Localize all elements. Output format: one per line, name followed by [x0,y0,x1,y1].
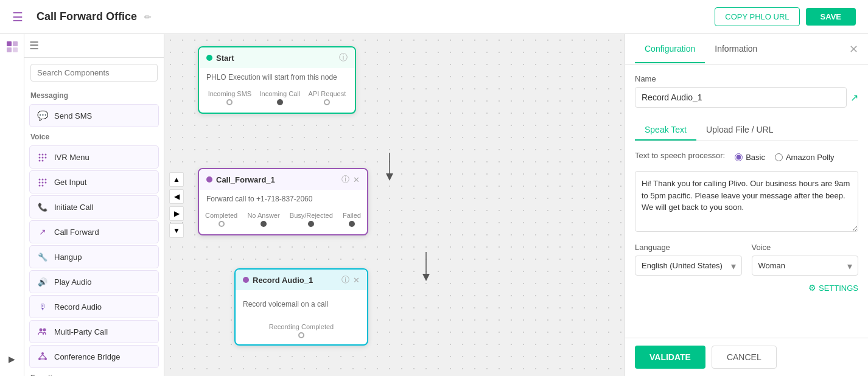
svg-point-18 [39,185,41,187]
start-port-api-request: API Request [309,90,346,105]
sidebar-item-get-input[interactable]: Get Input [29,170,159,193]
left-nav-toggle[interactable]: ☰ [12,10,23,24]
language-select-wrap: English (United States) English (UK) Spa… [635,256,742,276]
search-input[interactable] [30,64,158,82]
voice-section-title: Voice [24,129,164,144]
svg-point-21 [43,329,46,332]
call-forward-node-body: Forward call to +1-718-837-2060 [199,190,367,208]
call-forward-icon: ↗ [36,225,49,238]
topbar: ☰ Call Forward Office ✏ COPY PHLO URL SA… [0,0,868,34]
name-arrow-icon[interactable]: ↗ [850,92,858,103]
tab-information[interactable]: Information [705,35,767,63]
copy-phlo-url-button[interactable]: COPY PHLO URL [715,7,799,26]
svg-point-13 [42,179,44,181]
panel-header: Configuration Information ✕ [625,34,868,64]
voice-select-wrap: Woman Man [752,256,859,276]
cancel-button[interactable]: CANCEL [712,346,777,369]
validate-button[interactable]: VALIDATE [635,346,705,369]
initiate-call-label: Initiate Call [54,203,93,212]
svg-point-8 [42,157,44,159]
call-forward-info-icon[interactable]: ⓘ [341,174,349,185]
phlo-icon[interactable] [5,40,19,57]
sidebar-nav: ☰ [24,34,164,58]
save-button[interactable]: SAVE [806,8,856,26]
call-forward-label: Call Forward [54,228,99,237]
start-node-title: Start [206,54,234,63]
call-forward-node-icons: ⓘ ✕ [341,174,360,185]
radio-amazon-polly-label: Amazon Polly [786,153,834,162]
functions-section-title: Functions [24,370,164,376]
record-audio-dot [243,277,249,283]
messaging-section-title: Messaging [24,88,164,102]
sub-tabs: Speak Text Upload File / URL [635,120,858,141]
tts-textarea[interactable]: Hi! Thank you for calling Plivo. Our bus… [635,171,858,232]
svg-rect-0 [7,41,12,46]
canvas-nav-right[interactable]: ▶ [169,206,184,221]
sidebar-item-play-audio[interactable]: 🔊 Play Audio [29,270,159,293]
hangup-icon: 🔧 [36,250,49,263]
sidebar-item-record-audio[interactable]: 🎙 Record Audio [29,295,159,318]
tab-configuration[interactable]: Configuration [635,35,705,63]
settings-gear-icon: ⚙ [808,283,816,293]
record-audio-label: Record Audio [54,302,102,312]
radio-amazon-polly[interactable]: Amazon Polly [775,153,834,162]
sidebar-item-conference-bridge[interactable]: Conference Bridge [29,345,159,368]
voice-col: Voice Woman Man [752,243,859,276]
svg-line-26 [43,355,46,358]
radio-basic-input[interactable] [735,153,743,161]
svg-point-16 [42,182,44,184]
sidebar-item-ivr-menu[interactable]: IVR Menu [29,145,159,169]
canvas-nav-left[interactable]: ◀ [169,189,184,204]
hamburger-icon[interactable]: ☰ [29,40,39,52]
name-input[interactable] [635,87,847,108]
language-select[interactable]: English (United States) English (UK) Spa… [635,256,742,276]
record-audio-node-header: Record Audio_1 ⓘ ✕ [236,270,367,290]
sidebar-item-send-sms[interactable]: 💬 Send SMS [29,104,159,127]
language-label: Language [635,243,742,252]
language-voice-row: Language English (United States) English… [635,243,858,276]
call-forward-dot [206,176,212,183]
start-node-header: Start ⓘ [199,47,355,68]
canvas-nav-up[interactable]: ▲ [169,172,184,187]
record-audio-ports: Recording Completed [236,323,367,344]
sidebar-item-initiate-call[interactable]: 📞 Initiate Call [29,195,159,218]
settings-link[interactable]: ⚙ SETTINGS [635,283,858,293]
call-forward-close-icon[interactable]: ✕ [353,175,360,184]
get-input-icon [36,175,49,189]
panel-close-button[interactable]: ✕ [849,43,858,56]
canvas-nav-down[interactable]: ▼ [169,223,184,238]
canvas: Start ⓘ PHLO Execution will start from t… [164,34,625,376]
start-info-icon[interactable]: ⓘ [339,52,348,63]
sub-tab-speak-text[interactable]: Speak Text [635,120,696,141]
send-sms-icon: 💬 [36,109,49,122]
sub-tab-upload-file[interactable]: Upload File / URL [696,120,783,141]
call-forward-node-ports: Completed No Answer Busy/Rejected Failed [199,208,367,234]
send-sms-label: Send SMS [54,111,92,120]
record-audio-icon: 🎙 [36,300,49,313]
radio-basic[interactable]: Basic [735,153,765,162]
tts-processor-row: Text to speech processor: Basic Amazon P… [635,151,858,164]
sidebar-item-call-forward[interactable]: ↗ Call Forward [29,220,159,243]
radio-basic-label: Basic [746,153,765,162]
play-audio-label: Play Audio [54,277,91,287]
sidebar-item-hangup[interactable]: 🔧 Hangup [29,245,159,268]
record-audio-info-icon[interactable]: ⓘ [341,274,349,285]
start-dot [206,55,212,61]
edit-title-icon[interactable]: ✏ [144,12,152,22]
page-title: Call Forward Office [37,10,137,23]
svg-point-11 [42,160,44,162]
record-audio-close-icon[interactable]: ✕ [353,276,360,285]
sidebar-item-multi-party-call[interactable]: Multi-Party Call [29,320,159,343]
record-audio-node-icons: ⓘ ✕ [341,274,360,285]
voice-select[interactable]: Woman Man [752,256,859,276]
record-audio-node-body: Record voicemail on a call [236,290,367,323]
svg-point-7 [39,157,41,159]
start-port-incoming-call: Incoming Call [260,90,301,105]
record-audio-node: Record Audio_1 ⓘ ✕ Record voicemail on a… [234,268,368,346]
canvas-nav: ▲ ◀ ▶ ▼ [169,172,184,238]
svg-point-6 [45,154,47,156]
conference-bridge-label: Conference Bridge [54,352,120,361]
svg-point-10 [39,160,41,162]
radio-amazon-polly-input[interactable] [775,153,783,161]
nav-arrow-icon[interactable]: ▶ [9,354,15,364]
